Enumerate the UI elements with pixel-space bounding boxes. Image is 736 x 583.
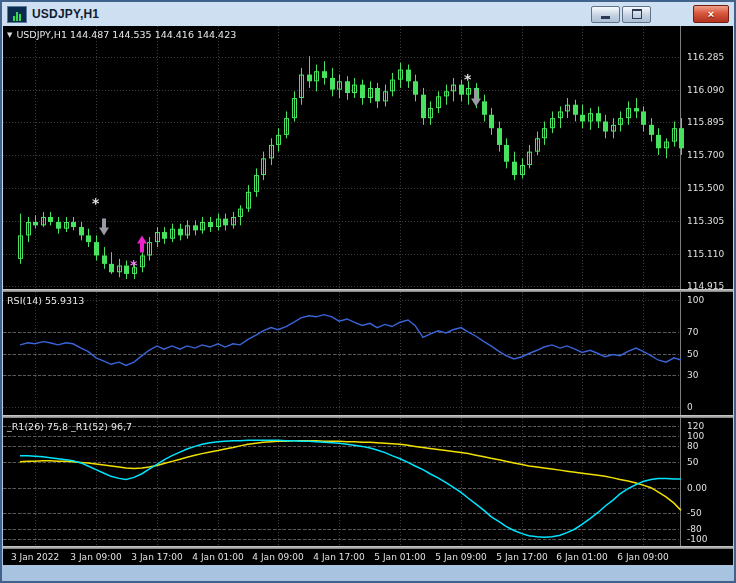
main-chart-canvas[interactable] — [3, 26, 733, 289]
chart-frame: ▼ USDJPY,H1 144.487 144.535 144.416 144.… — [3, 26, 733, 565]
indicator-canvas[interactable] — [3, 418, 733, 546]
chart-window: USDJPY,H1 × ▼ USDJPY,H1 144.487 144.535 … — [0, 0, 736, 583]
time-axis-canvas[interactable] — [3, 549, 733, 565]
close-button[interactable]: × — [693, 5, 729, 23]
restore-button[interactable] — [622, 6, 651, 23]
window-bottom-border — [2, 565, 734, 581]
titlebar[interactable]: USDJPY,H1 × — [2, 2, 734, 26]
minimize-button[interactable] — [591, 6, 620, 23]
minimize-icon — [601, 16, 610, 19]
rsi-canvas[interactable] — [3, 292, 733, 415]
restore-icon — [632, 9, 642, 19]
window-controls: × — [589, 5, 729, 23]
chart-icon[interactable] — [7, 6, 27, 23]
window-title: USDJPY,H1 — [32, 7, 99, 21]
